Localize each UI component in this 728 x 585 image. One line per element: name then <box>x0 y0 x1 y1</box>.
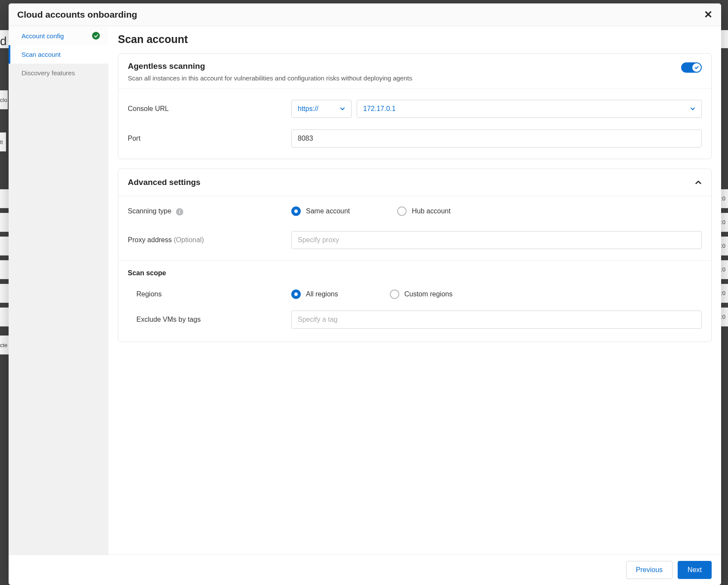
agentless-panel: Agentless scanning Scan all instances in… <box>118 53 712 159</box>
scanning-type-radio-group: Same account Hub account <box>291 206 702 216</box>
sidebar-item-account-config[interactable]: Account config <box>9 26 108 45</box>
content-area: Scan account Agentless scanning Scan all… <box>108 26 721 554</box>
port-input[interactable] <box>291 129 702 148</box>
exclude-label: Exclude VMs by tags <box>128 316 291 323</box>
protocol-select[interactable]: https:// <box>291 100 352 118</box>
modal-body: Account config Scan account Discovery fe… <box>9 26 721 554</box>
sidebar-item-label: Scan account <box>22 51 61 58</box>
next-button[interactable]: Next <box>678 561 712 579</box>
port-label: Port <box>128 135 291 142</box>
regions-label: Regions <box>128 290 291 298</box>
regions-row: Regions All regions Custom regions <box>118 279 711 306</box>
wizard-sidebar: Account config Scan account Discovery fe… <box>9 26 108 554</box>
host-value: 172.17.0.1 <box>363 105 396 113</box>
regions-radio-group: All regions Custom regions <box>291 289 702 299</box>
page-title: Scan account <box>118 33 712 46</box>
agentless-desc: Scan all instances in this account for v… <box>128 74 412 83</box>
console-url-inputs: https:// 172.17.0.1 <box>291 100 702 118</box>
radio-dot-checked <box>291 289 301 299</box>
close-icon[interactable]: ✕ <box>704 9 713 20</box>
sidebar-item-label: Discovery features <box>22 69 75 77</box>
port-row: Port <box>118 125 711 159</box>
agentless-header: Agentless scanning Scan all instances in… <box>118 54 711 89</box>
host-select[interactable]: 172.17.0.1 <box>357 100 702 118</box>
proxy-input[interactable] <box>291 231 702 249</box>
console-url-row: Console URL https:// 172.17.0.1 <box>118 89 711 125</box>
chevron-down-icon <box>690 106 695 111</box>
sidebar-item-label: Account config <box>22 32 64 40</box>
radio-dot <box>390 289 399 299</box>
radio-dot <box>397 206 407 216</box>
modal-backdrop: d clo lt 4:0 4:0 4:0 4:0 4:0 4:0 cte Clo… <box>0 0 728 585</box>
radio-hub-account[interactable]: Hub account <box>397 206 450 216</box>
exclude-tags-row: Exclude VMs by tags <box>118 306 711 342</box>
modal-dialog: Cloud accounts onboarding ✕ Account conf… <box>9 3 721 585</box>
agentless-title: Agentless scanning <box>128 62 412 71</box>
advanced-title: Advanced settings <box>128 178 201 187</box>
info-icon[interactable]: i <box>176 208 183 216</box>
bg-text: lt <box>0 132 6 151</box>
advanced-header[interactable]: Advanced settings <box>118 169 711 196</box>
proxy-label: Proxy address (Optional) <box>128 236 291 244</box>
advanced-panel: Advanced settings Scanning type i Same a… <box>118 169 712 342</box>
check-icon <box>92 32 100 40</box>
sidebar-item-scan-account[interactable]: Scan account <box>9 45 108 64</box>
sidebar-item-discovery-features: Discovery features <box>9 64 108 82</box>
modal-title: Cloud accounts onboarding <box>17 9 137 20</box>
agentless-header-text: Agentless scanning Scan all instances in… <box>128 62 412 83</box>
scan-scope-title: Scan scope <box>118 260 711 279</box>
modal-footer: Previous Next <box>9 554 721 585</box>
radio-same-account[interactable]: Same account <box>291 206 350 216</box>
previous-button[interactable]: Previous <box>626 561 672 579</box>
exclude-tags-input[interactable] <box>291 311 702 329</box>
radio-label: Custom regions <box>404 290 453 298</box>
agentless-toggle[interactable] <box>681 62 702 73</box>
scanning-type-label: Scanning type i <box>128 207 291 216</box>
radio-custom-regions[interactable]: Custom regions <box>390 289 453 299</box>
bg-text: clo <box>0 90 8 109</box>
chevron-down-icon <box>340 106 345 111</box>
proxy-row: Proxy address (Optional) <box>118 226 711 260</box>
radio-dot-checked <box>291 206 301 216</box>
protocol-value: https:// <box>298 105 318 113</box>
radio-label: Same account <box>306 207 350 215</box>
console-url-label: Console URL <box>128 105 291 113</box>
radio-label: All regions <box>306 290 338 298</box>
radio-all-regions[interactable]: All regions <box>291 289 338 299</box>
chevron-up-icon <box>695 179 702 186</box>
bg-text: cte <box>0 336 9 354</box>
scanning-type-row: Scanning type i Same account Hub account <box>118 196 711 226</box>
radio-label: Hub account <box>412 207 450 215</box>
modal-header: Cloud accounts onboarding ✕ <box>9 3 721 26</box>
